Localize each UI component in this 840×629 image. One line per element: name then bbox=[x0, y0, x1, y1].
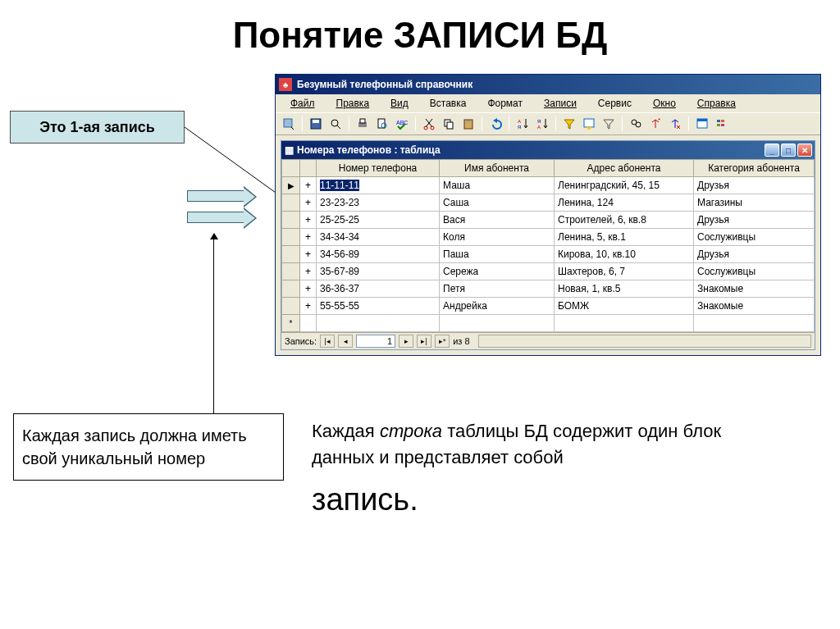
menu-file[interactable]: Файл bbox=[281, 96, 325, 111]
cell-addr[interactable]: БОМЖ bbox=[555, 298, 694, 315]
cell-addr[interactable]: Ленинградский, 45, 15 bbox=[555, 177, 694, 194]
cell-cat[interactable]: Магазины bbox=[694, 194, 815, 212]
expand-icon[interactable]: + bbox=[300, 212, 317, 229]
row-selector[interactable] bbox=[282, 280, 300, 298]
cell-addr[interactable]: Ленина, 124 bbox=[555, 194, 694, 212]
cell-cat[interactable]: Друзья bbox=[694, 246, 815, 263]
row-selector[interactable]: ▶ bbox=[282, 177, 300, 194]
cut-icon[interactable] bbox=[421, 116, 437, 132]
nav-first-button[interactable]: |◂ bbox=[320, 335, 335, 348]
row-selector[interactable] bbox=[282, 263, 300, 280]
menu-window[interactable]: Окно bbox=[643, 96, 686, 111]
filter-form-icon[interactable] bbox=[581, 116, 597, 132]
row-selector[interactable] bbox=[282, 212, 300, 229]
cell-cat[interactable] bbox=[694, 315, 815, 332]
undo-icon[interactable] bbox=[487, 116, 504, 132]
expand-icon[interactable]: + bbox=[300, 194, 317, 212]
cell-phone[interactable]: 35-67-89 bbox=[317, 263, 440, 280]
new-record-row[interactable]: * bbox=[282, 315, 815, 332]
cell-cat[interactable]: Знакомые bbox=[694, 298, 815, 315]
cell-name[interactable]: Паша bbox=[440, 246, 555, 263]
cell-phone[interactable]: 34-34-34 bbox=[317, 229, 440, 246]
cell-addr[interactable]: Шахтеров, 6, 7 bbox=[555, 263, 694, 280]
window-icon[interactable] bbox=[694, 116, 710, 132]
cell-name[interactable]: Саша bbox=[440, 194, 555, 212]
cell-phone[interactable]: 55-55-55 bbox=[317, 298, 440, 315]
cell-name[interactable]: Петя bbox=[440, 280, 555, 298]
row-selector[interactable] bbox=[282, 229, 300, 246]
row-selector-header[interactable] bbox=[282, 160, 300, 177]
expand-icon[interactable]: + bbox=[300, 298, 317, 315]
cell-name[interactable]: Сережа bbox=[440, 263, 555, 280]
more-icon[interactable] bbox=[714, 116, 730, 132]
nav-prev-button[interactable]: ◂ bbox=[338, 335, 353, 348]
maximize-button[interactable]: □ bbox=[781, 144, 796, 157]
cell-cat[interactable]: Сослуживцы bbox=[694, 229, 815, 246]
expand-icon[interactable]: + bbox=[300, 263, 317, 280]
copy-icon[interactable] bbox=[441, 116, 457, 132]
filter-toggle-icon[interactable] bbox=[600, 116, 617, 132]
view-dropdown-icon[interactable] bbox=[281, 116, 297, 132]
expand-icon[interactable]: + bbox=[300, 280, 317, 298]
table-row[interactable]: +23-23-23СашаЛенина, 124Магазины bbox=[282, 194, 815, 212]
row-selector[interactable] bbox=[282, 246, 300, 263]
cell-name[interactable]: Андрейка bbox=[440, 298, 555, 315]
cell-phone[interactable]: 34-56-89 bbox=[317, 246, 440, 263]
table-row[interactable]: +36-36-37ПетяНовая, 1, кв.5Знакомые bbox=[282, 280, 815, 298]
cell-phone[interactable]: 36-36-37 bbox=[317, 280, 440, 298]
row-selector[interactable]: * bbox=[282, 315, 300, 332]
table-row[interactable]: +34-56-89ПашаКирова, 10, кв.10Друзья bbox=[282, 246, 815, 263]
delete-record-icon[interactable] bbox=[667, 116, 683, 132]
cell-addr[interactable]: Новая, 1, кв.5 bbox=[555, 280, 694, 298]
minimize-button[interactable]: _ bbox=[765, 144, 779, 157]
sort-desc-icon[interactable]: ЯА bbox=[534, 116, 550, 132]
h-scrollbar[interactable] bbox=[478, 335, 811, 348]
cell-cat[interactable]: Знакомые bbox=[694, 280, 815, 298]
nav-last-button[interactable]: ▸| bbox=[417, 335, 431, 348]
menu-insert[interactable]: Вставка bbox=[420, 96, 477, 111]
sort-asc-icon[interactable]: АЯ bbox=[514, 116, 531, 132]
menu-records[interactable]: Записи bbox=[534, 96, 587, 111]
col-addr[interactable]: Адрес абонента bbox=[555, 160, 694, 177]
menu-tools[interactable]: Сервис bbox=[588, 96, 641, 111]
nav-new-button[interactable]: ▸* bbox=[435, 335, 450, 348]
expand-icon[interactable]: + bbox=[300, 177, 317, 194]
col-cat[interactable]: Категория абонента bbox=[694, 160, 815, 177]
print-icon[interactable] bbox=[354, 116, 371, 132]
menu-edit[interactable]: Правка bbox=[326, 96, 380, 111]
table-row[interactable]: +55-55-55АндрейкаБОМЖЗнакомые bbox=[282, 298, 815, 315]
nav-current-input[interactable] bbox=[356, 335, 395, 348]
row-selector[interactable] bbox=[282, 194, 300, 212]
row-selector[interactable] bbox=[282, 298, 300, 315]
spellcheck-icon[interactable]: ABC bbox=[394, 116, 410, 132]
cell-name[interactable]: Маша bbox=[440, 177, 555, 194]
cell-phone[interactable]: 23-23-23 bbox=[317, 194, 440, 212]
cell-name[interactable]: Вася bbox=[440, 212, 555, 229]
cell-name[interactable]: Коля bbox=[440, 229, 555, 246]
table-row[interactable]: +35-67-89СережаШахтеров, 6, 7Сослуживцы bbox=[282, 263, 815, 280]
cell-cat[interactable]: Сослуживцы bbox=[694, 263, 815, 280]
nav-next-button[interactable]: ▸ bbox=[399, 335, 413, 348]
menu-format[interactable]: Формат bbox=[477, 96, 532, 111]
filter-selection-icon[interactable] bbox=[561, 116, 578, 132]
save-icon[interactable] bbox=[308, 116, 324, 132]
cell-name[interactable] bbox=[440, 315, 555, 332]
expand-icon[interactable]: + bbox=[300, 246, 317, 263]
table-row[interactable]: ▶+11-11-11МашаЛенинградский, 45, 15Друзь… bbox=[282, 177, 815, 194]
col-phone[interactable]: Номер телефона bbox=[317, 160, 440, 177]
cell-phone[interactable] bbox=[317, 315, 440, 332]
preview-icon[interactable] bbox=[374, 116, 390, 132]
cell-cat[interactable]: Друзья bbox=[694, 212, 815, 229]
cell-addr[interactable] bbox=[555, 315, 694, 332]
new-record-icon[interactable]: * bbox=[647, 116, 664, 132]
cell-cat[interactable]: Друзья bbox=[694, 177, 815, 194]
close-button[interactable]: ✕ bbox=[797, 144, 812, 157]
expand-icon[interactable]: + bbox=[300, 229, 317, 246]
table-row[interactable]: +34-34-34КоляЛенина, 5, кв.1Сослуживцы bbox=[282, 229, 815, 246]
cell-addr[interactable]: Кирова, 10, кв.10 bbox=[555, 246, 694, 263]
cell-addr[interactable]: Ленина, 5, кв.1 bbox=[555, 229, 694, 246]
cell-addr[interactable]: Строителей, 6, кв.8 bbox=[555, 212, 694, 229]
data-table[interactable]: Номер телефона Имя абонента Адрес абонен… bbox=[281, 159, 815, 332]
menu-help[interactable]: Справка bbox=[687, 96, 746, 111]
menu-view[interactable]: Вид bbox=[381, 96, 418, 111]
